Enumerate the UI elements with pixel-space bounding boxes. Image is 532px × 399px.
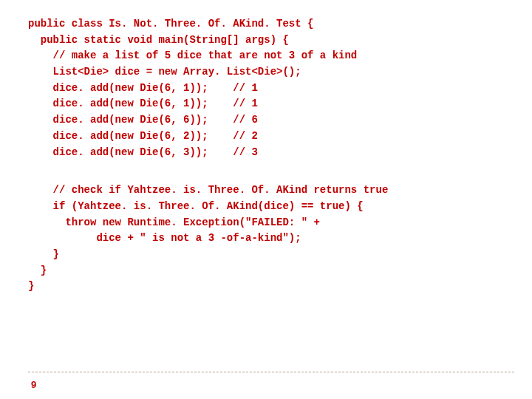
code-line: if (Yahtzee. is. Three. Of. AKind(dice) … — [28, 200, 364, 212]
code-line: List<Die> dice = new Array. List<Die>(); — [28, 66, 301, 78]
code-line: dice. add(new Die(6, 3)); // 3 — [28, 146, 258, 158]
code-line: dice. add(new Die(6, 1)); // 1 — [28, 98, 258, 109]
code-line: throw new Runtime. Exception("FAILED: " … — [28, 216, 320, 228]
divider — [28, 372, 514, 372]
code-line: } — [28, 280, 34, 292]
code-line: dice. add(new Die(6, 1)); // 1 — [28, 82, 258, 94]
code-line: dice + " is not a 3 -of-a-kind"); — [28, 232, 301, 244]
page-number: 9 — [31, 379, 36, 390]
code-line: // check if Yahtzee. is. Three. Of. AKin… — [28, 184, 388, 196]
code-line: } — [28, 265, 47, 276]
code-block: public class Is. Not. Three. Of. AKind. … — [28, 16, 510, 295]
code-line: public class Is. Not. Three. Of. AKind. … — [28, 18, 313, 30]
code-line: public static void main(String[] args) { — [28, 34, 289, 46]
code-line: dice. add(new Die(6, 2)); // 2 — [28, 130, 258, 142]
code-line: dice. add(new Die(6, 6)); // 6 — [28, 114, 258, 126]
code-line: // make a list of 5 dice that are not 3 … — [28, 50, 357, 61]
code-line: } — [28, 248, 59, 260]
